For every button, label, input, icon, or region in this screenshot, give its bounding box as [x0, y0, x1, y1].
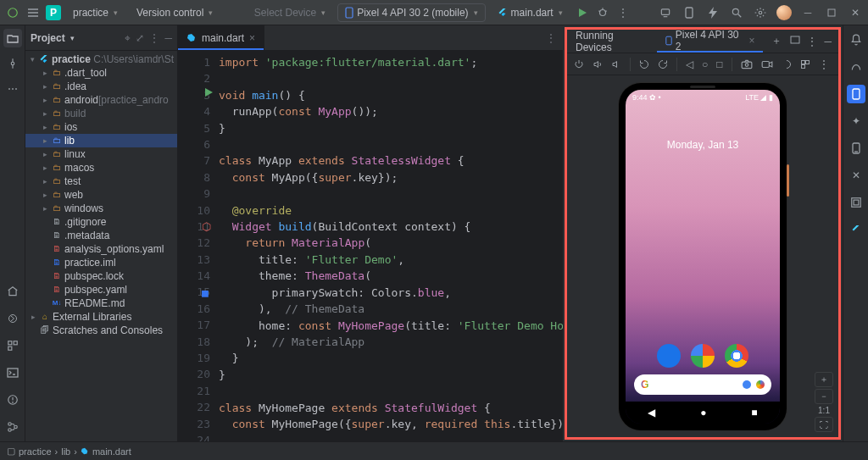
flutter-inspector-icon[interactable] — [847, 220, 865, 239]
project-tool-icon[interactable] — [3, 29, 22, 47]
device-manager-tool-icon[interactable] — [847, 139, 865, 158]
back-icon[interactable]: ◁ — [686, 58, 693, 70]
tree-web[interactable]: ▸🗀web — [25, 188, 177, 202]
expand-all-icon[interactable]: ⤢ — [136, 32, 144, 44]
device-combo[interactable]: Pixel 4 API 30 2 (mobile) ▾ — [337, 3, 485, 22]
avatar[interactable] — [776, 5, 792, 20]
project-tree[interactable]: ▾practice C:\Users\iamdr\St ▸🗀.dart_tool… — [25, 51, 177, 339]
device-tab-pixel[interactable]: Pixel 4 API 30 2 × — [657, 30, 764, 53]
zoom-fit-button[interactable]: ⛶ — [815, 417, 833, 432]
code-area[interactable]: import 'package:flutter/material.dart'; … — [219, 51, 563, 441]
tree-root[interactable]: ▾practice C:\Users\iamdr\St — [25, 53, 177, 66]
power-icon[interactable] — [574, 59, 584, 69]
tree-lib[interactable]: ▸🗀lib — [25, 134, 177, 147]
nav-overview-icon[interactable]: ■ — [751, 407, 757, 418]
problems-tool-icon[interactable] — [3, 391, 22, 409]
home-icon[interactable]: ○ — [702, 58, 708, 70]
tree-ios[interactable]: ▸🗀ios — [25, 120, 177, 134]
play-store-app-icon[interactable] — [691, 344, 715, 368]
tree-gitignore[interactable]: 🗎.gitignore — [25, 215, 177, 229]
select-device-dropdown[interactable]: Select Device ▾ — [248, 3, 332, 22]
resource-manager-icon[interactable]: ✕ — [847, 166, 865, 185]
hide-panel-icon[interactable]: ─ — [824, 36, 832, 47]
tree-scratches[interactable]: 🗐Scratches and Consoles — [25, 324, 177, 337]
extended-controls-icon[interactable] — [800, 59, 810, 69]
more-run-icon[interactable]: ⋮ — [615, 5, 631, 20]
structure-tool-icon[interactable] — [3, 336, 22, 355]
add-device-tab[interactable]: ＋ — [763, 30, 790, 53]
tree-windows[interactable]: ▸🗀windows — [25, 202, 177, 215]
build-tool-icon[interactable] — [3, 282, 22, 301]
run-button[interactable] — [575, 5, 590, 20]
editor-body[interactable]: 12 3 45678910 11⬡ 121314 15■ 16171819202… — [178, 51, 563, 441]
google-search-bar[interactable]: G — [634, 374, 771, 395]
phone-screen[interactable]: 9:44 ✿ • LTE ◢ ▮ Monday, Jan 13 G — [626, 90, 780, 424]
tree-analysis[interactable]: 🗎analysis_options.yaml — [25, 242, 177, 256]
tree-ext-libs[interactable]: ▸⌂External Libraries — [25, 310, 177, 324]
settings-icon[interactable] — [753, 5, 768, 20]
overview-icon[interactable]: □ — [716, 58, 722, 70]
tree-dart-tool[interactable]: ▸🗀.dart_tool — [25, 66, 177, 80]
bolt-icon[interactable] — [705, 5, 721, 20]
editor-tab-more-icon[interactable]: ⋮ — [546, 25, 563, 50]
breadcrumb[interactable]: practice › lib › main.dart — [19, 446, 131, 457]
close-icon[interactable]: ✕ — [848, 5, 863, 20]
editor-tab-main[interactable]: main.dart × — [178, 25, 264, 50]
gradle-icon[interactable] — [847, 58, 865, 76]
search-icon[interactable] — [729, 5, 744, 20]
volume-down-icon[interactable] — [611, 59, 621, 69]
notifications-icon[interactable] — [847, 30, 865, 49]
maximize-icon[interactable] — [824, 5, 839, 20]
tree-metadata[interactable]: 🗎.metadata — [25, 229, 177, 242]
tree-macos[interactable]: ▸🗀macos — [25, 161, 177, 175]
debug-button[interactable] — [595, 5, 610, 20]
nav-back-icon[interactable]: ◀ — [648, 407, 655, 418]
zoom-out-button[interactable]: － — [815, 389, 833, 404]
hide-icon[interactable]: ─ — [164, 32, 172, 44]
vcs-selector[interactable]: Version control ▾ — [130, 3, 220, 22]
more-tool-icon[interactable]: ⋯ — [3, 80, 22, 98]
running-devices-tool-icon[interactable] — [847, 85, 865, 103]
bookmarks-tool-icon[interactable] — [3, 309, 22, 328]
layout-inspector-icon[interactable] — [847, 193, 865, 212]
project-selector[interactable]: practice ▾ — [66, 3, 125, 22]
tree-test[interactable]: ▸🗀test — [25, 175, 177, 188]
zoom-in-button[interactable]: ＋ — [815, 372, 833, 387]
chevron-down-icon[interactable]: ▾ — [70, 34, 75, 42]
project-badge[interactable]: P — [46, 5, 61, 20]
tree-pubspec-yaml[interactable]: 🗎pubspec.yaml — [25, 283, 177, 297]
messages-app-icon[interactable] — [657, 344, 681, 368]
mic-icon[interactable] — [743, 380, 751, 389]
color-gutter-icon[interactable]: ■ — [202, 285, 209, 301]
rotate-right-icon[interactable] — [658, 59, 668, 69]
close-tab-icon[interactable]: × — [249, 32, 255, 44]
panel-options-icon[interactable]: ⋮ — [807, 36, 817, 47]
posture-icon[interactable] — [782, 59, 792, 69]
run-config-selector[interactable]: main.dart ▾ — [491, 3, 570, 22]
minimize-icon[interactable]: ─ — [800, 5, 815, 20]
override-gutter-icon[interactable]: ⬡ — [202, 219, 211, 235]
tree-linux[interactable]: ▸🗀linux — [25, 147, 177, 161]
tree-android[interactable]: ▸🗀android [practice_andro — [25, 93, 177, 107]
run-gutter-icon[interactable] — [203, 87, 214, 97]
collapse-icon[interactable]: ⋮ — [149, 32, 159, 44]
tree-build[interactable]: ▸🗀build — [25, 107, 177, 120]
chrome-app-icon[interactable] — [725, 344, 748, 368]
close-device-tab-icon[interactable]: × — [748, 35, 754, 47]
commit-tool-icon[interactable] — [3, 54, 22, 73]
ai-assist-icon[interactable]: ✦ — [847, 112, 865, 130]
code-with-me-icon[interactable] — [658, 5, 673, 20]
volume-up-icon[interactable] — [593, 59, 603, 69]
terminal-tool-icon[interactable] — [3, 363, 22, 382]
tree-pubspec-lock[interactable]: 🗎pubspec.lock — [25, 269, 177, 283]
running-devices-tab[interactable]: Running Devices — [567, 30, 657, 53]
main-menu-icon[interactable] — [25, 5, 41, 20]
screenshot-icon[interactable] — [741, 59, 753, 69]
device-more-icon[interactable]: ⋮ — [819, 58, 829, 70]
rotate-left-icon[interactable] — [639, 59, 649, 69]
tree-idea[interactable]: ▸🗀.idea — [25, 80, 177, 93]
assistant-icon[interactable] — [756, 380, 765, 389]
tree-iml[interactable]: 🗎practice.iml — [25, 256, 177, 269]
window-mode-icon[interactable] — [790, 36, 800, 47]
select-opened-file-icon[interactable]: ⌖ — [125, 32, 131, 44]
